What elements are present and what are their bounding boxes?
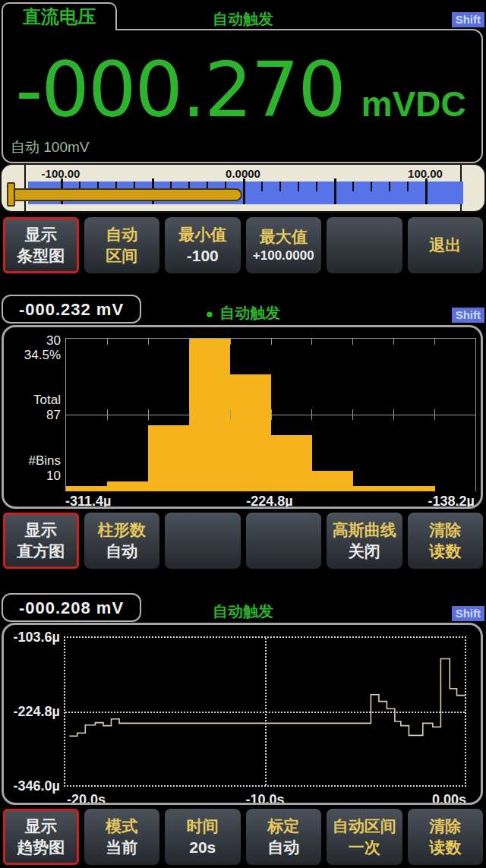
trigger-label: 自动触发	[219, 305, 280, 321]
meter-minor-tick	[261, 181, 263, 191]
meter-minor-tick	[389, 181, 390, 191]
softkey-label: 显示	[25, 817, 57, 835]
softkey-自动区间[interactable]: 自动区间一次	[327, 809, 402, 865]
softkey-高斯曲线[interactable]: 高斯曲线关闭	[327, 513, 402, 569]
hist-gridline-tick	[230, 409, 231, 420]
softkey-label: 显示	[25, 226, 57, 244]
hist-gridline-tick	[434, 339, 435, 345]
hist-gridline-tick	[434, 409, 435, 420]
softkey-label: 读数	[429, 838, 461, 857]
softkey-最小值[interactable]: 最小值-100	[165, 217, 241, 273]
hist-gridline-tick	[230, 339, 231, 345]
softkey-blank[interactable]	[327, 217, 402, 273]
tab-trend-reading-label: -000.208 mV	[19, 598, 124, 617]
hist-gridline-tick	[311, 339, 312, 345]
softkey-label: 当前	[106, 838, 137, 857]
hist-gridline-tick	[148, 339, 149, 345]
trend-panel: -000.208 mV 自动触发 Shift -103.6µ -224.8µ -…	[0, 591, 486, 868]
softkey-row-trend: 显示趋势图模式当前时间20s标定自动自动区间一次清除读数	[0, 809, 486, 865]
trend-chart-area: -103.6µ -224.8µ -346.0µ -20.0s -10.0s 0.…	[2, 623, 483, 805]
hist-bar	[189, 339, 230, 491]
tab-histogram-reading-label: -000.232 mV	[19, 300, 124, 319]
softkey-blank[interactable]	[165, 513, 241, 569]
softkey-柱形数[interactable]: 柱形数自动	[84, 513, 160, 569]
hist-gridline-tick	[107, 339, 108, 345]
softkey-label: 自动区间	[333, 817, 396, 835]
tab-histogram-reading[interactable]: -000.232 mV	[2, 295, 141, 324]
hist-bins-value: 10	[4, 469, 61, 484]
softkey-label: 清除	[429, 521, 461, 539]
trend-x-label-center: -10.0s	[208, 792, 322, 805]
hist-bar	[393, 486, 434, 491]
hist-bar	[352, 486, 393, 491]
softkey-label: 直方图	[17, 542, 65, 560]
hist-gridline-tick	[189, 339, 190, 345]
reading-value: -000.270	[15, 35, 345, 145]
hist-x-label-right: -138.2µ	[361, 494, 475, 509]
histogram-plot	[65, 338, 476, 491]
trend-line-chart	[65, 638, 465, 785]
softkey-label: 清除	[429, 817, 461, 835]
softkey-显示[interactable]: 显示直方图	[3, 513, 79, 569]
meter-needle	[8, 188, 242, 201]
softkey-自动[interactable]: 自动区间	[84, 217, 160, 273]
softkey-row-histogram: 显示直方图柱形数自动高斯曲线关闭清除读数	[0, 513, 486, 569]
softkey-label: 显示	[25, 521, 57, 539]
hist-max-count: 30	[4, 333, 61, 349]
hist-bar	[230, 374, 271, 491]
tab-dc-voltage-label: 直流电压	[23, 6, 96, 27]
softkey-label: 最小值	[178, 226, 226, 244]
hist-gridline-tick	[393, 409, 394, 420]
hist-gridline-tick	[311, 409, 312, 420]
hist-gridline-tick	[393, 339, 394, 345]
meter-minor-tick	[279, 181, 281, 191]
tab-trend-reading[interactable]: -000.208 mV	[2, 593, 141, 622]
softkey-退出[interactable]: 退出	[408, 217, 484, 273]
trend-y-label-top: -103.6µ	[4, 630, 60, 645]
tab-dc-voltage[interactable]: 直流电压	[2, 2, 117, 30]
hist-bins-label: #Bins	[4, 453, 61, 469]
softkey-模式[interactable]: 模式当前	[84, 809, 160, 865]
hist-total-value: 87	[4, 408, 61, 423]
softkey-label: 退出	[429, 236, 461, 254]
meter-needle-handle	[7, 182, 15, 207]
softkey-label: 读数	[429, 542, 461, 560]
meter-minor-tick	[407, 181, 409, 191]
meter-major-tick	[243, 178, 245, 204]
softkey-label: 模式	[106, 817, 137, 835]
dc-voltage-panel: 直流电压 自动触发 Shift -000.270 mVDC 自动 100mV -…	[0, 0, 486, 275]
range-label: 自动 100mV	[11, 137, 89, 157]
softkey-label: 柱形数	[98, 521, 146, 539]
hist-bar	[271, 435, 312, 491]
softkey-label: 20s	[189, 838, 216, 857]
softkey-blank[interactable]	[246, 513, 322, 569]
softkey-label: 高斯曲线	[333, 521, 396, 539]
hist-bar	[311, 471, 352, 491]
softkey-label: 条型图	[17, 247, 65, 265]
hist-bar	[107, 481, 148, 491]
trend-x-label-right: 0.00s	[352, 792, 466, 805]
softkey-清除[interactable]: 清除读数	[408, 513, 484, 569]
shift-badge: Shift	[452, 12, 484, 27]
softkey-label: 自动	[267, 838, 299, 857]
main-display: -000.270 mVDC 自动 100mV	[2, 29, 483, 163]
softkey-label: 最大值	[260, 228, 308, 246]
softkey-显示[interactable]: 显示条型图	[3, 217, 79, 273]
softkey-标定[interactable]: 标定自动	[246, 809, 322, 865]
softkey-显示[interactable]: 显示趋势图	[3, 809, 79, 865]
softkey-清除[interactable]: 清除读数	[408, 809, 484, 865]
softkey-label: 时间	[187, 817, 219, 835]
hist-gridline-tick	[271, 339, 272, 345]
hist-gridline-tick	[189, 409, 190, 420]
softkey-最大值[interactable]: 最大值+100.0000	[246, 217, 322, 273]
softkey-label: -100	[187, 247, 219, 265]
softkey-label: 关闭	[349, 542, 380, 560]
histogram-panel: -000.232 mV ●自动触发 Shift 30 34.5% Total 8…	[0, 292, 486, 573]
trend-y-label-mid: -224.8µ	[4, 704, 60, 720]
trigger-dot-icon: ●	[206, 307, 213, 321]
hist-bar	[66, 486, 107, 491]
hist-gridline-tick	[107, 409, 108, 420]
hist-max-pct: 34.5%	[4, 348, 61, 363]
softkey-时间[interactable]: 时间20s	[165, 809, 241, 865]
softkey-label: 标定	[267, 817, 299, 835]
